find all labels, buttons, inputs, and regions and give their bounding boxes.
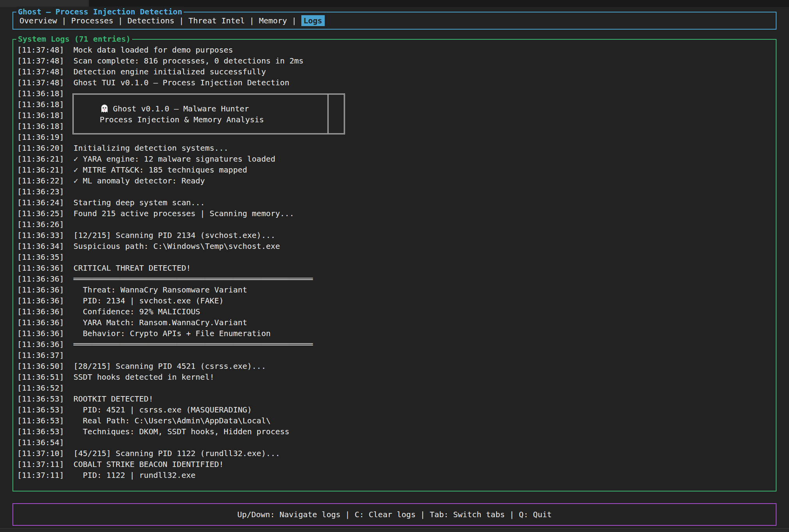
log-timestamp: [11:36:25]: [17, 208, 64, 219]
log-message: PID: 1122 | rundll32.exe: [74, 470, 196, 481]
log-row: [11:37:48]Scan complete: 816 processes, …: [17, 55, 776, 66]
status-help-text: Up/Down: Navigate logs | C: Clear logs |…: [13, 504, 776, 525]
log-timestamp: [11:36:18]: [17, 121, 64, 132]
log-message: Ghost TUI v0.1.0 — Process Injection Det…: [74, 77, 290, 88]
log-message: Found 215 active processes | Scanning me…: [74, 208, 294, 219]
log-row: [11:36:36] YARA Match: Ransom.WannaCry.V…: [17, 317, 776, 328]
log-timestamp: [11:36:20]: [17, 143, 64, 153]
log-message: ════════════════════════════════════════…: [74, 339, 313, 350]
log-row: [11:36:25]Found 215 active processes | S…: [17, 208, 776, 219]
log-message: Confidence: 92% MALICIOUS: [74, 306, 200, 317]
log-message: Detection engine initialized successfull…: [74, 66, 266, 77]
log-message: ✓ ML anomaly detector: Ready: [74, 175, 205, 186]
log-message: ROOTKIT DETECTED!: [74, 393, 154, 404]
log-row: [11:36:50][28/215] Scanning PID 4521 (cs…: [17, 361, 776, 372]
app-title: Ghost — Process Injection Detection: [16, 7, 184, 17]
log-message: [12/215] Scanning PID 2134 (svchost.exe)…: [74, 230, 276, 241]
log-timestamp: [11:36:22]: [17, 175, 64, 186]
log-row: [11:36:36]CRITICAL THREAT DETECTED!: [17, 262, 776, 273]
log-timestamp: [11:36:36]: [17, 317, 64, 328]
log-message: ✓ YARA engine: 12 malware signatures loa…: [74, 153, 276, 164]
log-timestamp: [11:36:23]: [17, 186, 64, 197]
log-timestamp: [11:36:19]: [17, 132, 64, 143]
log-timestamp: [11:36:36]: [17, 284, 64, 295]
log-row: [11:36:36] Threat: WannaCry Ransomware V…: [17, 284, 776, 295]
tab-processes[interactable]: Processes: [71, 16, 113, 25]
log-timestamp: [11:36:36]: [17, 328, 64, 339]
log-message: Suspicious path: C:\Windows\Temp\svchost…: [74, 241, 280, 252]
tab-detections[interactable]: Detections: [127, 16, 174, 25]
tab-bar: Overview | Processes | Detections | Thre…: [19, 16, 325, 25]
tab-separator: |: [287, 16, 301, 25]
log-row: [11:36:26]: [17, 219, 776, 230]
log-row: [11:36:24]Starting deep system scan...: [17, 197, 776, 208]
log-timestamp: [11:37:10]: [17, 448, 64, 459]
log-row: [11:37:10][45/215] Scanning PID 1122 (ru…: [17, 448, 776, 459]
log-message: Scan complete: 816 processes, 0 detectio…: [74, 55, 304, 66]
log-timestamp: [11:36:18]: [17, 88, 64, 99]
log-row: [11:36:23]: [17, 186, 776, 197]
log-timestamp: [11:36:51]: [17, 372, 64, 382]
log-timestamp: [11:37:48]: [17, 44, 64, 55]
banner-line-1: Ghost v0.1.0 — Malware Hunter: [100, 103, 344, 114]
banner-line-2: Process Injection & Memory Analysis: [100, 114, 344, 125]
log-timestamp: [11:37:48]: [17, 66, 64, 77]
log-message: Starting deep system scan...: [74, 197, 205, 208]
ghost-banner: Ghost v0.1.0 — Malware Hunter Process In…: [73, 93, 345, 134]
tab-logs[interactable]: Logs: [301, 15, 325, 26]
log-timestamp: [11:36:35]: [17, 252, 64, 262]
log-row: [11:36:20]Initializing detection systems…: [17, 143, 776, 153]
log-row: [11:36:35]: [17, 252, 776, 262]
log-row: [11:36:33][12/215] Scanning PID 2134 (sv…: [17, 230, 776, 241]
log-row: [11:36:36] Behavior: Crypto APIs + File …: [17, 328, 776, 339]
terminal-titlebar: [0, 0, 789, 7]
log-timestamp: [11:36:36]: [17, 295, 64, 306]
log-message: [28/215] Scanning PID 4521 (csrss.exe)..…: [74, 361, 266, 372]
log-row: [11:36:53] Real Path: C:\Users\Admin\App…: [17, 415, 776, 426]
log-timestamp: [11:37:48]: [17, 55, 64, 66]
window-bottom-edge: [0, 528, 789, 532]
tab-separator: |: [57, 16, 71, 25]
log-row: [11:36:52]: [17, 382, 776, 393]
log-row: [11:36:21]✓ MITRE ATT&CK: 185 techniques…: [17, 164, 776, 175]
log-list[interactable]: Ghost v0.1.0 — Malware Hunter Process In…: [13, 40, 776, 491]
log-timestamp: [11:36:54]: [17, 437, 64, 448]
log-timestamp: [11:37:11]: [17, 470, 64, 481]
log-timestamp: [11:36:33]: [17, 230, 64, 241]
log-message: ════════════════════════════════════════…: [74, 273, 313, 284]
log-row: [11:37:48]Detection engine initialized s…: [17, 66, 776, 77]
log-message: CRITICAL THREAT DETECTED!: [74, 262, 191, 273]
tab-threat-intel[interactable]: Threat Intel: [189, 16, 245, 25]
log-timestamp: [11:36:26]: [17, 219, 64, 230]
log-row: [11:36:21]✓ YARA engine: 12 malware sign…: [17, 153, 776, 164]
tab-overview[interactable]: Overview: [19, 16, 57, 25]
status-bar: Up/Down: Navigate logs | C: Clear logs |…: [12, 503, 777, 526]
log-message: Threat: WannaCry Ransomware Variant: [74, 284, 248, 295]
log-row: [11:37:11] PID: 1122 | rundll32.exe: [17, 470, 776, 481]
log-row: [11:37:48]Ghost TUI v0.1.0 — Process Inj…: [17, 77, 776, 88]
log-timestamp: [11:36:36]: [17, 273, 64, 284]
tabs-panel: Ghost — Process Injection Detection Over…: [12, 12, 777, 30]
terminal-tab[interactable]: [0, 0, 89, 7]
log-timestamp: [11:36:36]: [17, 306, 64, 317]
log-timestamp: [11:36:34]: [17, 241, 64, 252]
log-row: [11:36:36]══════════════════════════════…: [17, 339, 776, 350]
log-timestamp: [11:36:50]: [17, 361, 64, 372]
log-row: [11:36:34]Suspicious path: C:\Windows\Te…: [17, 241, 776, 252]
banner-title: Ghost v0.1.0 — Malware Hunter: [113, 103, 249, 114]
log-message: SSDT hooks detected in kernel!: [74, 372, 214, 382]
log-timestamp: [11:36:18]: [17, 110, 64, 121]
log-timestamp: [11:36:53]: [17, 404, 64, 415]
log-message: PID: 2134 | svchost.exe (FAKE): [74, 295, 224, 306]
tab-separator: |: [174, 16, 188, 25]
log-timestamp: [11:36:52]: [17, 382, 64, 393]
log-message: COBALT STRIKE BEACON IDENTIFIED!: [74, 459, 224, 470]
log-timestamp: [11:36:18]: [17, 99, 64, 110]
log-row: [11:36:36] PID: 2134 | svchost.exe (FAKE…: [17, 295, 776, 306]
log-row: [11:36:36]══════════════════════════════…: [17, 273, 776, 284]
log-row: [11:37:48]Mock data loaded for demo purp…: [17, 44, 776, 55]
log-message: Mock data loaded for demo purposes: [74, 44, 233, 55]
banner-subtitle: Process Injection & Memory Analysis: [100, 114, 264, 125]
tab-memory[interactable]: Memory: [259, 16, 287, 25]
log-timestamp: [11:36:36]: [17, 262, 64, 273]
